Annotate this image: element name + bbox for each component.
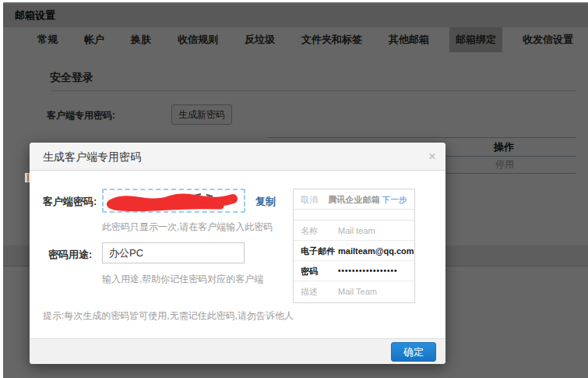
preview-header: 取消 腾讯企业邮箱 下一步 <box>294 189 414 210</box>
client-password-label: 客户端密码: <box>43 195 97 209</box>
mail-client-preview-card: 取消 腾讯企业邮箱 下一步 名称Mail team电子邮件mailteam@qq… <box>293 189 415 303</box>
preview-row-password-dots: ••••••••••••••••• <box>338 261 398 281</box>
password-once-note: 此密码只显示一次,请在客户端输入此密码 <box>102 221 273 234</box>
preview-next-link[interactable]: 下一步 <box>382 189 407 210</box>
copy-password-link[interactable]: 复制 <box>255 195 276 209</box>
password-redaction-scribble <box>104 190 244 211</box>
preview-row-label: 描述 <box>301 281 318 302</box>
preview-row: 描述Mail Team <box>294 281 414 302</box>
preview-field-rows: 名称Mail team电子邮件mailteam@qq.com密码••••••••… <box>294 221 414 302</box>
dialog-footer: 确定 <box>30 338 445 364</box>
dialog-header: 生成客户端专用密码 × <box>30 143 445 171</box>
purpose-help-note: 输入用途,帮助你记住密码对应的客户端 <box>102 273 263 286</box>
password-purpose-input[interactable] <box>102 242 245 263</box>
preview-row: 名称Mail team <box>294 221 414 241</box>
settings-page: 邮箱设置 常规帐户换肤收信规则反垃圾文件夹和标签其他邮箱邮箱绑定收发信设置信纸 … <box>3 2 588 378</box>
preview-row-label: 密码 <box>301 261 318 281</box>
preview-row-value: mailteam@qq.com <box>338 241 414 261</box>
preview-row-label: 名称 <box>301 221 318 241</box>
preview-row: 密码••••••••••••••••• <box>294 261 414 281</box>
preview-spacer <box>294 210 414 221</box>
dialog-tip-text: 提示:每次生成的密码皆可使用,无需记住此密码,请勿告诉他人 <box>43 309 294 323</box>
password-purpose-label: 密码用途: <box>48 248 92 262</box>
generate-password-dialog: 生成客户端专用密码 × 客户端密码: 复制 此密码只显示一次,请在客户端输入此密… <box>30 143 445 364</box>
dialog-title: 生成客户端专用密码 <box>43 143 141 171</box>
close-icon[interactable]: × <box>428 143 436 171</box>
generated-password-box[interactable] <box>102 189 245 213</box>
confirm-button[interactable]: 确定 <box>391 342 436 362</box>
preview-row: 电子邮件mailteam@qq.com <box>294 241 414 261</box>
preview-row-label: 电子邮件 <box>301 241 335 261</box>
preview-row-value: Mail team <box>338 221 375 241</box>
preview-row-value: Mail Team <box>338 281 377 302</box>
